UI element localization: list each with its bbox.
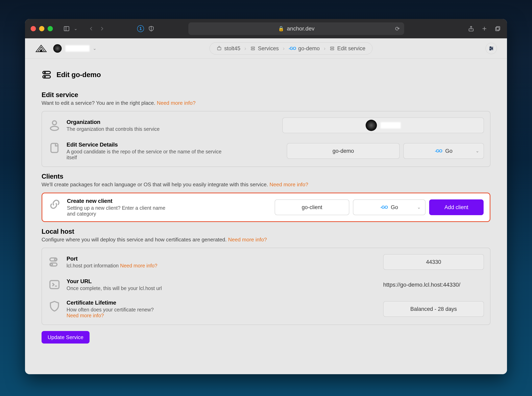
- app-header: ⌄ stolt45 › Services › -GO go-demo ›: [25, 38, 507, 59]
- crumb-org[interactable]: stolt45: [217, 45, 240, 52]
- crumb-org-label: stolt45: [224, 45, 240, 52]
- details-label: Edit Service Details: [67, 141, 228, 148]
- svg-rect-9: [251, 49, 255, 50]
- chevron-down-icon: ⌄: [417, 205, 421, 210]
- settings-button[interactable]: [486, 43, 497, 54]
- svg-rect-5: [496, 26, 500, 30]
- reload-icon[interactable]: ⟳: [395, 25, 400, 32]
- user-menu-caret-icon[interactable]: ⌄: [93, 46, 96, 51]
- browser-window: ⌄ 1 🔒 anchor.dev ⟳: [25, 19, 507, 374]
- organization-select[interactable]: [282, 117, 484, 133]
- svg-point-16: [492, 48, 492, 49]
- sidebar-caret-icon[interactable]: ⌄: [74, 26, 77, 31]
- edit-service-more-info-link[interactable]: Need more info?: [157, 100, 195, 106]
- edit-service-heading: Edit service: [41, 91, 491, 99]
- cert-more-info-link[interactable]: Need more info?: [67, 313, 104, 318]
- client-name-input[interactable]: go-client: [275, 199, 349, 215]
- port-input[interactable]: 44330: [383, 254, 484, 270]
- privacy-shield-icon[interactable]: [148, 25, 155, 32]
- svg-point-15: [490, 47, 491, 48]
- organization-icon: [48, 119, 61, 132]
- svg-rect-6: [496, 27, 499, 31]
- client-name-value: go-client: [302, 204, 322, 210]
- url-desc: Once complete, this will be your lcl.hos…: [67, 285, 162, 291]
- document-icon: [48, 141, 61, 154]
- port-more-info-link[interactable]: Need more info?: [120, 263, 157, 268]
- port-value: 44330: [426, 259, 441, 265]
- details-desc: A good candidate is the repo of the serv…: [67, 149, 228, 160]
- cert-desc: How often does your certificate renew?: [67, 307, 154, 312]
- section-localhost: Local host Configure where you will depl…: [41, 228, 491, 344]
- svg-point-28: [50, 263, 52, 265]
- lock-icon: 🔒: [278, 26, 284, 31]
- crumb-app[interactable]: -GO go-demo: [289, 45, 320, 52]
- localhost-sub: Configure where you will deploy this ser…: [41, 237, 228, 243]
- go-logo-icon: -GO: [380, 205, 388, 210]
- section-clients: Clients We'll create packages for each l…: [41, 173, 491, 222]
- share-icon[interactable]: [468, 25, 475, 32]
- breadcrumb: stolt45 › Services › -GO go-demo › Edit …: [210, 42, 372, 54]
- crumb-services-label: Services: [258, 45, 279, 52]
- org-desc: The organization that controls this serv…: [67, 126, 160, 132]
- client-language-value: Go: [391, 204, 398, 210]
- crumb-app-label: go-demo: [298, 45, 320, 52]
- localhost-heading: Local host: [41, 228, 491, 235]
- service-stack-icon: [41, 70, 52, 80]
- localhost-card: Port lcl.host port information Need more…: [41, 248, 491, 325]
- service-url: https://go-demo.lcl.host:44330/: [383, 282, 460, 288]
- chevron-right-icon: ›: [324, 45, 326, 52]
- minimize-window-button[interactable]: [39, 26, 44, 31]
- page-title: Edit go-demo: [57, 71, 101, 79]
- clients-more-info-link[interactable]: Need more info?: [269, 181, 308, 187]
- crumb-current-label: Edit service: [337, 45, 366, 52]
- traffic-lights: [31, 26, 53, 31]
- terminal-icon: [48, 278, 61, 291]
- forward-button[interactable]: [98, 25, 106, 32]
- address-bar[interactable]: 🔒 anchor.dev ⟳: [188, 22, 404, 35]
- client-language-select[interactable]: -GO Go ⌄: [353, 199, 425, 215]
- password-manager-icon[interactable]: 1: [137, 25, 144, 32]
- clients-sub: We'll create packages for each language …: [41, 181, 269, 187]
- close-window-button[interactable]: [31, 26, 36, 31]
- svg-rect-0: [64, 26, 69, 31]
- port-label: Port: [67, 256, 157, 262]
- edit-service-sub: Want to edit a service? You are in the r…: [41, 100, 157, 106]
- service-name-input[interactable]: go-demo: [287, 143, 400, 159]
- zoom-window-button[interactable]: [48, 26, 53, 31]
- svg-point-23: [50, 126, 58, 130]
- update-service-button[interactable]: Update Service: [41, 331, 90, 344]
- port-desc: lcl.host port information: [67, 263, 120, 268]
- browser-toolbar: ⌄ 1 🔒 anchor.dev ⟳: [25, 19, 507, 38]
- cert-label: Certificate Lifetime: [67, 300, 154, 306]
- crumb-services[interactable]: Services: [250, 45, 279, 52]
- create-client-desc: Setting up a new client? Enter a client …: [67, 205, 168, 217]
- svg-rect-7: [217, 47, 221, 50]
- svg-point-17: [490, 49, 491, 50]
- section-edit-service: Edit service Want to edit a service? You…: [41, 91, 491, 167]
- user-name: [65, 45, 90, 52]
- svg-rect-18: [43, 71, 50, 74]
- anchor-logo[interactable]: [35, 44, 47, 53]
- tabs-overview-icon[interactable]: [494, 25, 501, 32]
- localhost-more-info-link[interactable]: Need more info?: [228, 237, 267, 243]
- back-button[interactable]: [87, 25, 95, 32]
- cert-lifetime-value: Balanced - 28 days: [410, 306, 457, 312]
- service-language-select[interactable]: -GO Go ⌄: [403, 143, 484, 159]
- user-avatar[interactable]: [53, 44, 62, 53]
- chevron-right-icon: ›: [283, 45, 285, 52]
- add-client-button[interactable]: Add client: [429, 199, 484, 215]
- url-host: anchor.dev: [287, 25, 315, 32]
- service-language-value: Go: [445, 148, 452, 154]
- page-title-row: Edit go-demo: [41, 70, 491, 80]
- org-avatar: [366, 120, 377, 131]
- svg-rect-10: [331, 47, 334, 48]
- create-client-label: Create new client: [67, 198, 168, 204]
- service-name-value: go-demo: [332, 148, 354, 154]
- sidebar-toggle-icon[interactable]: [63, 25, 70, 32]
- svg-rect-8: [251, 47, 255, 48]
- new-tab-icon[interactable]: [481, 25, 488, 32]
- cert-lifetime-select[interactable]: Balanced - 28 days: [383, 301, 484, 317]
- url-label: Your URL: [67, 278, 162, 285]
- svg-point-22: [52, 121, 57, 125]
- chevron-right-icon: ›: [244, 45, 246, 52]
